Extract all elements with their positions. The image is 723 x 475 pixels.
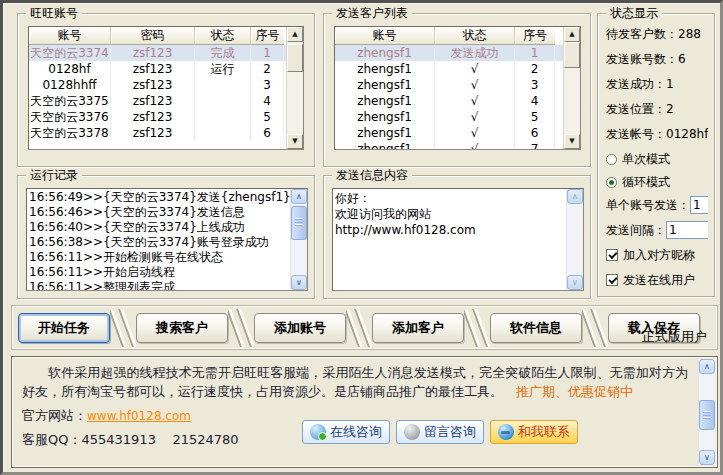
online-option[interactable]: 发送在线用户	[606, 272, 708, 288]
table-row[interactable]: zhengsf1 √ 4	[335, 93, 563, 109]
cell-account: zhengsf1	[335, 109, 435, 125]
accounts-col-status[interactable]: 状态	[195, 27, 251, 45]
log-group-title: 运行记录	[26, 168, 82, 182]
cell-index: 1	[515, 45, 555, 61]
website-label: 官方网站：	[22, 408, 87, 423]
table-row[interactable]: zhengsf1 发送成功 1	[335, 45, 563, 61]
customers-col-account[interactable]: 账号	[335, 27, 435, 45]
promo-text: 推广期、优惠促销中	[516, 384, 633, 399]
cell-index: 7	[515, 141, 555, 149]
accounts-col-index[interactable]: 序号	[251, 27, 284, 45]
message-scrollbar[interactable]: ∧ ∨	[566, 189, 583, 290]
cell-account: 天空的云3374	[29, 45, 111, 61]
nickname-option[interactable]: 加入对方昵称	[606, 247, 708, 263]
cell-account: zhengsf1	[335, 45, 435, 61]
checkbox-add-nickname[interactable]	[606, 249, 618, 261]
table-row[interactable]: 0128hf zsf123 运行 2	[29, 61, 286, 77]
message-group-title: 发送信息内容	[332, 168, 412, 182]
leave-message-button[interactable]: 留言咨询	[396, 420, 484, 444]
stat-send-position: 发送位置：2	[606, 101, 708, 118]
accounts-scrollbar[interactable]: ▲ ▼	[286, 27, 303, 149]
cell-account: zhengsf1	[335, 93, 435, 109]
software-info-button[interactable]: 软件信息	[490, 313, 582, 343]
customers-col-index[interactable]: 序号	[515, 27, 555, 45]
table-row[interactable]: zhengsf1 √ 3	[335, 77, 563, 93]
cell-status	[195, 109, 251, 125]
log-box[interactable]: 16:56:49>>{天空的云3374}发送{zhengsf1}成功 16:56…	[26, 188, 308, 291]
diagonal-separator	[346, 309, 372, 347]
log-scrollbar[interactable]: ∧ ∨	[290, 189, 307, 290]
cell-index: 5	[515, 109, 555, 125]
message-line: http://www.hf0128.com	[335, 222, 564, 238]
stat-label: 发送位置：	[606, 102, 666, 116]
scroll-up-icon[interactable]: ▲	[564, 27, 580, 42]
cell-password: zsf123	[111, 93, 195, 109]
cell-index: 2	[251, 61, 284, 77]
scroll-up-icon[interactable]: ∧	[291, 189, 307, 204]
table-row[interactable]: zhengsf1 √ 5	[335, 109, 563, 125]
contact-sphere-icon	[498, 424, 514, 440]
cell-account: 0128hhff	[29, 77, 111, 93]
cell-status	[195, 93, 251, 109]
add-customer-button[interactable]: 添加客户	[372, 313, 464, 343]
scroll-up-icon[interactable]: ∧	[567, 189, 583, 204]
cell-status: √	[435, 109, 515, 125]
info-scrollbar[interactable]: ∧ ∨	[698, 359, 715, 465]
table-row[interactable]: 0128hhff zsf123 3	[29, 77, 286, 93]
radio-loop-label: 循环模式	[622, 174, 670, 191]
cell-password: zsf123	[111, 61, 195, 77]
table-row[interactable]: zhengsf1 √ 2	[335, 61, 563, 77]
scroll-down-icon[interactable]: ∨	[291, 275, 307, 290]
add-account-button[interactable]: 添加账号	[254, 313, 346, 343]
per-account-row: 单个账号发送：	[606, 197, 708, 213]
scroll-down-icon[interactable]: ▼	[287, 134, 303, 149]
radio-single-mode[interactable]	[606, 154, 617, 165]
scroll-down-icon[interactable]: ∨	[567, 275, 583, 290]
cell-password: zsf123	[111, 125, 195, 141]
stat-label: 发送成功：	[606, 77, 666, 91]
per-account-input[interactable]	[690, 196, 708, 214]
scroll-down-icon[interactable]: ∨	[699, 450, 715, 465]
radio-loop-mode[interactable]	[606, 177, 617, 188]
stat-value: 288	[678, 27, 701, 41]
stat-pending-customers: 待发客户数：288	[606, 26, 708, 43]
qq-line: 客服QQ：455431913 21524780	[22, 428, 302, 451]
scrollbar-thumb[interactable]	[287, 44, 303, 72]
checkbox-send-online[interactable]	[606, 274, 618, 286]
website-line: 官方网站：www.hf0128.com	[22, 404, 302, 428]
stat-send-account: 发送帐号：0128hf	[606, 126, 708, 143]
table-row[interactable]: zhengsf1 √ 7	[335, 141, 563, 149]
contact-me-button[interactable]: 和我联系	[490, 420, 578, 444]
table-row[interactable]: zhengsf1 √ 6	[335, 125, 563, 141]
start-task-button[interactable]: 开始任务	[18, 313, 110, 343]
status-group-title: 状态显示	[606, 6, 662, 20]
table-row[interactable]: 天空的云3378 zsf123 6	[29, 125, 286, 141]
scroll-down-icon[interactable]: ▼	[564, 134, 580, 149]
message-box[interactable]: 你好： 欢迎访问我的网站 http://www.hf0128.com ∧ ∨	[332, 188, 584, 291]
scrollbar-thumb[interactable]	[699, 400, 715, 430]
stat-send-success: 发送成功：1	[606, 76, 708, 93]
customers-scrollbar[interactable]: ▲ ▼	[563, 27, 580, 149]
search-customers-button[interactable]: 搜索客户	[136, 313, 228, 343]
mode-single-option[interactable]: 单次模式	[606, 151, 708, 167]
website-link[interactable]: www.hf0128.com	[87, 409, 191, 423]
online-consult-button[interactable]: 在线咨询	[302, 420, 390, 444]
log-line: 16:56:46>>{天空的云3374}发送信息	[29, 205, 288, 220]
cell-status: 发送成功	[435, 45, 515, 61]
scroll-up-icon[interactable]: ▲	[287, 27, 303, 42]
accounts-col-password[interactable]: 密码	[111, 27, 195, 45]
scrollbar-thumb[interactable]	[564, 42, 580, 68]
table-row[interactable]: 天空的云3376 zsf123 5	[29, 109, 286, 125]
table-row[interactable]: 天空的云3375 zsf123 4	[29, 93, 286, 109]
checkbox-online-label: 发送在线用户	[623, 272, 695, 289]
scroll-up-icon[interactable]: ∧	[699, 359, 715, 374]
cell-status: √	[435, 77, 515, 93]
interval-input[interactable]	[666, 221, 708, 239]
accounts-col-account[interactable]: 账号	[29, 27, 111, 45]
scrollbar-thumb[interactable]	[291, 206, 307, 240]
mode-loop-option[interactable]: 循环模式	[606, 174, 708, 190]
customers-col-status[interactable]: 状态	[435, 27, 515, 45]
table-row[interactable]: 天空的云3374 zsf123 完成 1	[29, 45, 286, 61]
leave-message-label: 留言咨询	[424, 423, 476, 441]
qq-label: 客服QQ：	[22, 432, 81, 447]
